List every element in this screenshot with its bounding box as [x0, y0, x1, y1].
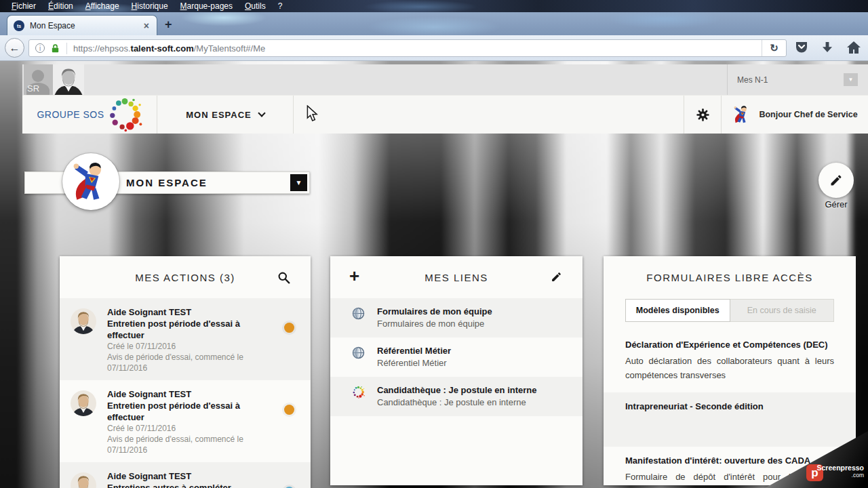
menu-marque-pages[interactable]: Marque-pages [174, 1, 239, 11]
silhouette-icon [32, 70, 44, 82]
team-selector-label: Mes N-1 [737, 75, 768, 85]
mouse-cursor [307, 105, 318, 122]
page-info-icon[interactable]: i [35, 43, 45, 53]
team-selector[interactable]: Mes N-1 ▼ [727, 64, 868, 95]
form-description: Auto déclaration des collaborateurs quan… [625, 354, 834, 382]
watermark-brand: Screenpresso [817, 464, 864, 472]
employee-avatar [71, 472, 96, 488]
manage-button[interactable] [818, 163, 854, 198]
employee-avatar [71, 308, 96, 334]
browser-nav-toolbar: ← i https://ehpsos.talent-soft.com/MyTal… [0, 35, 868, 61]
employee-name: Aide Soignant TEST [107, 306, 275, 318]
tab-close-icon[interactable]: × [142, 20, 151, 31]
panel-forms-title: FORMULAIRES LIBRE ACCÈS [646, 272, 812, 283]
menu-fichier[interactable]: Fichier [5, 1, 42, 11]
form-title: Intrapreneuriat - Seconde édition [625, 401, 834, 411]
link-title: Référentiel Métier [377, 345, 451, 357]
home-icon[interactable] [846, 41, 861, 54]
groupe-sos-logo[interactable]: GROUPE SOS [22, 96, 157, 134]
add-link-icon[interactable]: + [349, 267, 359, 285]
url-domain: talent-soft.com [131, 43, 194, 54]
back-button[interactable]: ← [5, 38, 24, 58]
pocket-icon[interactable] [795, 41, 808, 54]
url-prefix: https://ehpsos. [73, 43, 131, 54]
menu-historique[interactable]: Historique [125, 1, 174, 11]
forms-tabs: Modèles disponibles En cours de saisie [625, 299, 834, 322]
link-item[interactable]: Référentiel Métier Référentiel Métier [330, 338, 583, 377]
nav-item-mon-espace[interactable]: MON ESPACE [157, 96, 294, 134]
action-meta: Créé le 07/11/2016 [107, 341, 275, 352]
url-divider [66, 43, 67, 54]
globe-icon [352, 307, 365, 320]
greeting-text: Bonjour Chef de Service [759, 110, 857, 119]
panel-actions-header: MES ACTIONS (3) [60, 256, 311, 298]
employee-name: Aide Soignant TEST [107, 388, 275, 400]
new-tab-button[interactable]: + [165, 18, 172, 32]
https-lock-icon[interactable] [50, 43, 60, 54]
action-meta: Avis de période d'essai, commencé le [107, 352, 275, 363]
search-icon[interactable] [277, 271, 290, 284]
pencil-icon [829, 174, 843, 187]
settings-button[interactable] [684, 96, 722, 134]
team-selector-dropdown-icon[interactable]: ▼ [844, 73, 858, 86]
employee-name: Aide Soignant TEST [107, 470, 240, 482]
browser-tab-bar: ts Mon Espace × + [0, 12, 868, 35]
link-subtitle: Candidathèque : Je postule en interne [377, 396, 536, 409]
panel-links-title: MES LIENS [425, 272, 488, 283]
action-meta: 07/11/2016 [107, 445, 275, 455]
download-icon[interactable] [821, 41, 834, 54]
hero-dropdown-button[interactable]: ▼ [290, 174, 307, 191]
portrait-photo [53, 64, 84, 95]
link-title: Candidathèque : Je postule en interne [377, 384, 536, 396]
employee-avatar [71, 390, 96, 416]
action-meta: 07/11/2016 [107, 363, 275, 373]
top-strip: SR Mes N-1 ▼ [22, 64, 868, 95]
menu-outils[interactable]: Outils [239, 1, 272, 11]
form-template-item[interactable]: Déclaration d'Expérience et Compétences … [604, 331, 856, 392]
action-task: Entretien post période d'essai à effectu… [107, 400, 275, 423]
menu-edition[interactable]: Édition [42, 1, 79, 11]
screenpresso-watermark: p Screenpresso .com [765, 431, 868, 488]
globe-icon [352, 346, 365, 359]
superman-avatar-icon [68, 159, 113, 204]
menu-help[interactable]: ? [272, 1, 289, 11]
chevron-down-icon [258, 109, 265, 117]
action-item[interactable]: Aide Soignant TEST Entretiens autres à c… [60, 462, 311, 488]
url-bar[interactable]: i https://ehpsos.talent-soft.com/MyTalen… [28, 39, 787, 57]
action-item[interactable]: Aide Soignant TEST Entretien post périod… [60, 298, 311, 380]
action-item[interactable]: Aide Soignant TEST Entretien post périod… [60, 380, 311, 462]
url-path: /MyTalentsoft#/Me [194, 43, 266, 54]
user-greeting[interactable]: Bonjour Chef de Service [722, 96, 868, 134]
tab-en-cours-de-saisie[interactable]: En cours de saisie [730, 299, 835, 322]
avatar-placeholder-sr[interactable]: SR [24, 64, 53, 95]
tab-modeles-disponibles[interactable]: Modèles disponibles [625, 299, 730, 322]
panel-mes-liens: + MES LIENS Formulaires de mon équipe Fo… [330, 256, 583, 485]
hero-title: MON ESPACE [126, 177, 208, 188]
reload-button[interactable]: ↻ [762, 40, 786, 56]
link-subtitle: Référentiel Métier [377, 357, 451, 369]
brand-name: GROUPE SOS [37, 109, 104, 120]
action-task: Entretiens autres à compléter [107, 482, 240, 488]
panel-actions-title: MES ACTIONS (3) [135, 272, 235, 283]
link-item[interactable]: Formulaires de mon équipe Formulaires de… [330, 298, 583, 338]
menu-affichage[interactable]: Affichage [79, 1, 125, 11]
form-title: Déclaration d'Expérience et Compétences … [625, 340, 834, 350]
nav-item-label: MON ESPACE [186, 110, 251, 120]
avatar-initials: SR [27, 83, 39, 94]
panel-mes-actions: MES ACTIONS (3) Aide Soignant TEST Entre… [60, 256, 311, 488]
action-meta: Avis de période d'essai, commencé le [107, 434, 275, 445]
brand-swirl-icon [107, 97, 142, 132]
panel-forms-header: FORMULAIRES LIBRE ACCÈS [604, 256, 856, 298]
link-item[interactable]: Candidathèque : Je postule en interne Ca… [330, 377, 583, 416]
user-photo-avatar[interactable] [53, 64, 84, 95]
watermark-tld: .com [817, 472, 864, 479]
talentsoft-favicon-icon: ts [14, 20, 24, 31]
superman-avatar-icon [732, 104, 752, 125]
edit-links-pencil-icon[interactable] [551, 271, 562, 283]
gear-icon [696, 108, 710, 122]
manage-button-label: Gérer [813, 199, 859, 209]
talentsoft-swirl-icon [352, 386, 365, 399]
tab-mon-espace[interactable]: ts Mon Espace × [7, 15, 157, 36]
hero-superman-avatar[interactable] [62, 153, 119, 210]
site-header: GROUPE SOS MON ESPACE Bonjour Chef de Se… [22, 95, 868, 134]
